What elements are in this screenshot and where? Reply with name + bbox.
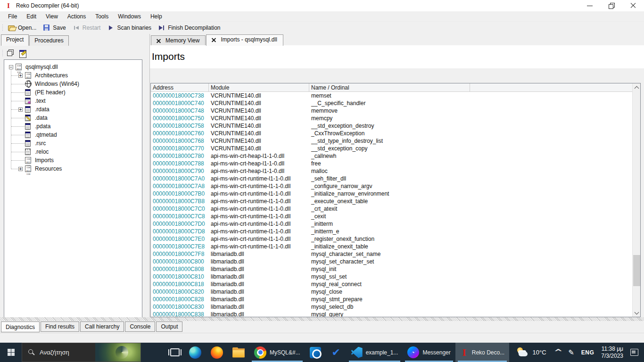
- horizontal-splitter[interactable]: [0, 317, 644, 321]
- menu-item[interactable]: File: [3, 11, 22, 22]
- tree-item[interactable]: .qtmetad: [4, 131, 142, 139]
- taskbar-outlook-button[interactable]: [305, 343, 326, 362]
- table-row[interactable]: 000000018000C748 VCRUNTIME140.dll memmov…: [151, 107, 632, 115]
- taskbar-chrome-button[interactable]: MySQL&#...: [249, 343, 305, 362]
- table-row[interactable]: 000000018000C800 libmariadb.dll mysql_se…: [151, 258, 632, 265]
- table-row[interactable]: 000000018000C790 api-ms-win-crt-heap-l1-…: [151, 167, 632, 175]
- table-row[interactable]: 000000018000C780 api-ms-win-crt-heap-l1-…: [151, 152, 632, 160]
- tray-overflow-chevron-icon[interactable]: [553, 349, 562, 356]
- taskbar-vscode-button[interactable]: example_1...: [347, 343, 403, 362]
- tree-item[interactable]: Resources: [4, 165, 142, 173]
- table-row[interactable]: 000000018000C7B8 api-ms-win-crt-runtime-…: [151, 197, 632, 205]
- table-row[interactable]: 000000018000C808 libmariadb.dll mysql_in…: [151, 265, 632, 273]
- column-header[interactable]: Name / Ordinal: [309, 83, 470, 91]
- table-row[interactable]: 000000018000C838 libmariadb.dll mysql_qu…: [151, 311, 632, 317]
- taskbar-search-box[interactable]: Αναζήτηση: [22, 343, 141, 362]
- pen-input-icon[interactable]: [568, 348, 574, 357]
- start-button[interactable]: [0, 343, 22, 362]
- tab-call-hierarchy[interactable]: Call hierarchy: [80, 321, 124, 332]
- table-row[interactable]: 000000018000C788 api-ms-win-crt-heap-l1-…: [151, 160, 632, 167]
- close-button[interactable]: [622, 0, 644, 11]
- open-button[interactable]: Open...: [5, 23, 40, 33]
- tab-find-results[interactable]: Find results: [41, 321, 79, 332]
- scroll-up-icon[interactable]: [633, 83, 641, 91]
- table-row[interactable]: 000000018000C7F8 libmariadb.dll mysql_ch…: [151, 250, 632, 258]
- tab-diagnostics[interactable]: Diagnostics: [1, 321, 40, 332]
- scan-binaries-button[interactable]: Scan binaries: [104, 23, 155, 33]
- tree-item[interactable]: .data: [4, 114, 142, 122]
- table-row[interactable]: 000000018000C818 libmariadb.dll mysql_re…: [151, 280, 632, 288]
- taskbar-reko-button[interactable]: Reko Deco...: [455, 343, 509, 362]
- table-row[interactable]: 000000018000C7B0 api-ms-win-crt-runtime-…: [151, 190, 632, 197]
- close-icon[interactable]: [211, 37, 216, 42]
- table-row[interactable]: 000000018000C750 VCRUNTIME140.dll memcpy: [151, 115, 632, 122]
- tree-item[interactable]: .rsrc: [4, 139, 142, 148]
- tree-expander[interactable]: [18, 167, 23, 171]
- table-row[interactable]: 000000018000C7D0 api-ms-win-crt-runtime-…: [151, 220, 632, 228]
- menu-item[interactable]: View: [41, 11, 63, 22]
- menu-item[interactable]: Actions: [63, 11, 91, 22]
- table-row[interactable]: 000000018000C810 libmariadb.dll mysql_ss…: [151, 273, 632, 280]
- tree-expander[interactable]: [9, 65, 13, 69]
- table-row[interactable]: 000000018000C7E8 api-ms-win-crt-runtime-…: [151, 243, 632, 250]
- menu-item[interactable]: Windows: [113, 11, 146, 22]
- table-row[interactable]: 000000018000C770 VCRUNTIME140.dll __std_…: [151, 145, 632, 152]
- table-row[interactable]: 000000018000C830 libmariadb.dll mysql_se…: [151, 303, 632, 311]
- table-row[interactable]: 000000018000C760 VCRUNTIME140.dll _CxxTh…: [151, 130, 632, 137]
- toolstrip-grip[interactable]: [2, 49, 3, 57]
- tree-expander[interactable]: [18, 74, 23, 78]
- minimize-button[interactable]: [579, 0, 601, 11]
- restart-button[interactable]: Restart: [69, 23, 104, 33]
- table-row[interactable]: 000000018000C7E0 api-ms-win-crt-runtime-…: [151, 235, 632, 243]
- taskbar-messenger-button[interactable]: Messenger: [403, 343, 455, 362]
- table-row[interactable]: 000000018000C820 libmariadb.dll mysql_cl…: [151, 288, 632, 296]
- table-row[interactable]: 000000018000C7A8 api-ms-win-crt-runtime-…: [151, 182, 632, 190]
- language-indicator[interactable]: ENG: [581, 349, 594, 356]
- tab-project[interactable]: Project: [1, 34, 29, 46]
- vertical-scrollbar[interactable]: [632, 83, 640, 317]
- taskbar-clock[interactable]: 11:38 μμ 7/3/2023: [601, 346, 623, 360]
- new-item-button[interactable]: [17, 49, 29, 58]
- table-row[interactable]: 000000018000C7C0 api-ms-win-crt-runtime-…: [151, 205, 632, 213]
- column-header[interactable]: Module: [209, 83, 309, 91]
- tree-item[interactable]: (PE header): [4, 88, 142, 97]
- scrollbar-thumb[interactable]: [633, 255, 640, 286]
- save-button[interactable]: Save: [40, 23, 69, 33]
- menu-item[interactable]: Help: [146, 11, 167, 22]
- tab-procedures[interactable]: Procedures: [29, 35, 68, 46]
- tree-expander[interactable]: [18, 107, 23, 112]
- tree-item[interactable]: qsqlmysql.dll: [4, 63, 142, 71]
- tab-output[interactable]: Output: [156, 321, 182, 332]
- close-icon[interactable]: [156, 38, 161, 43]
- column-header[interactable]: [470, 83, 632, 91]
- tree-item[interactable]: Imports: [4, 156, 142, 165]
- taskbar-task-view-button[interactable]: [165, 343, 184, 362]
- tree-item[interactable]: .pdata: [4, 122, 142, 131]
- tab-memory-view[interactable]: Memory View: [151, 35, 206, 46]
- taskbar-firefox-button[interactable]: [206, 343, 228, 362]
- notification-center-icon[interactable]: [630, 349, 638, 356]
- tree-item[interactable]: .text: [4, 97, 142, 105]
- finish-decompilation-button[interactable]: Finish Decompilation: [155, 23, 223, 33]
- taskbar-file-explorer-button[interactable]: [228, 343, 249, 362]
- tree-item[interactable]: .rdata: [4, 105, 142, 114]
- tree-item[interactable]: Windows (Win64): [4, 80, 142, 88]
- tab-console[interactable]: Console: [125, 321, 155, 332]
- table-row[interactable]: 000000018000C738 VCRUNTIME140.dll memset: [151, 92, 632, 99]
- restore-button[interactable]: [601, 0, 622, 11]
- tree-item[interactable]: .reloc: [4, 148, 142, 156]
- weather-widget[interactable]: 10°C: [514, 343, 548, 362]
- table-row[interactable]: 000000018000C768 VCRUNTIME140.dll __std_…: [151, 137, 632, 145]
- table-row[interactable]: 000000018000C758 VCRUNTIME140.dll __std_…: [151, 122, 632, 130]
- taskbar-edge-button[interactable]: [184, 343, 206, 362]
- scroll-down-icon[interactable]: [633, 309, 641, 317]
- table-row[interactable]: 000000018000C828 libmariadb.dll mysql_st…: [151, 296, 632, 303]
- table-row[interactable]: 000000018000C740 VCRUNTIME140.dll __C_sp…: [151, 99, 632, 107]
- tab-imports-qsqlmysql[interactable]: Imports - qsqlmysql.dll: [206, 34, 283, 46]
- table-row[interactable]: 000000018000C7A0 api-ms-win-crt-runtime-…: [151, 175, 632, 182]
- taskbar-check-button[interactable]: [326, 343, 347, 362]
- tree-item[interactable]: Architectures: [4, 71, 142, 80]
- table-row[interactable]: 000000018000C7C8 api-ms-win-crt-runtime-…: [151, 213, 632, 220]
- table-row[interactable]: 000000018000C7D8 api-ms-win-crt-runtime-…: [151, 228, 632, 235]
- collapse-all-button[interactable]: [5, 49, 16, 58]
